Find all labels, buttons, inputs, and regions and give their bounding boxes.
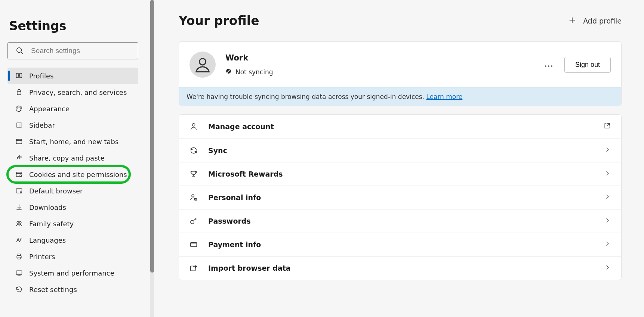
list-item-label: Microsoft Rewards	[208, 170, 283, 178]
chevron-right-icon	[604, 217, 611, 225]
profile-summary: Work Not syncing Sign out	[179, 42, 621, 87]
svg-line-45	[195, 219, 197, 220]
sidebar-item-appearance[interactable]: Appearance	[7, 100, 138, 117]
sync-status-text: Not syncing	[235, 68, 273, 76]
svg-point-21	[17, 221, 19, 223]
sidebar-item-system[interactable]: System and performance	[7, 265, 138, 281]
sidebar-item-printers[interactable]: Printers	[7, 248, 138, 265]
list-item-label: Import browser data	[208, 264, 291, 272]
sidebar-item-languages[interactable]: Languages	[7, 232, 138, 248]
add-profile-button[interactable]: Add profile	[568, 16, 622, 26]
sync-off-icon	[225, 68, 232, 76]
chevron-right-icon	[604, 193, 611, 202]
svg-point-5	[18, 108, 18, 109]
svg-rect-24	[17, 256, 21, 258]
sidebar-item-label: Share, copy and paste	[29, 154, 105, 162]
list-item-manage-account[interactable]: Manage account	[179, 115, 621, 139]
list-item-label: Passwords	[208, 217, 251, 225]
settings-title: Settings	[9, 19, 147, 33]
import-icon	[189, 264, 198, 272]
sidebar-item-label: Default browser	[29, 187, 83, 195]
svg-rect-4	[17, 91, 21, 94]
sidebar-item-label: Printers	[29, 253, 55, 261]
svg-point-43	[191, 220, 194, 224]
sidebar-item-reset[interactable]: Reset settings	[7, 281, 138, 298]
sidebar-item-share[interactable]: Share, copy and paste	[7, 150, 138, 166]
svg-point-12	[17, 140, 18, 140]
sidebar-item-downloads[interactable]: Downloads	[7, 199, 138, 215]
list-item-rewards[interactable]: Microsoft Rewards	[179, 162, 621, 186]
list-item-label: Payment info	[208, 240, 261, 249]
sidebar-item-family[interactable]: Family safety	[7, 215, 138, 232]
svg-point-13	[18, 140, 18, 140]
svg-rect-2	[16, 73, 22, 78]
personal-info-icon	[189, 193, 198, 202]
sidebar-item-privacy[interactable]: Privacy, search, and services	[7, 84, 138, 100]
languages-icon	[15, 236, 23, 244]
list-item-personal-info[interactable]: Personal info	[179, 186, 621, 209]
settings-nav: Profiles Privacy, search, and services A…	[7, 68, 147, 298]
list-item-payment[interactable]: Payment info	[179, 233, 621, 256]
svg-point-3	[18, 74, 20, 76]
profile-actions: Sign out	[544, 57, 611, 73]
sidebar-scrollbar-thumb[interactable]	[150, 0, 154, 273]
sidebar-scrollbar-track	[150, 0, 154, 317]
sidebar-item-cookies[interactable]: Cookies and site permissions	[7, 166, 130, 183]
list-item-label: Manage account	[208, 122, 274, 131]
avatar	[189, 52, 216, 78]
sidebar-item-label: Sidebar	[29, 121, 55, 129]
search-input[interactable]	[7, 42, 138, 59]
sidebar-icon	[15, 121, 23, 129]
search-icon	[16, 47, 24, 56]
profile-info: Work Not syncing	[225, 53, 273, 76]
sidebar-item-start[interactable]: Start, home, and new tabs	[7, 133, 138, 150]
person-icon	[189, 122, 198, 131]
sidebar-item-profiles[interactable]: Profiles	[7, 68, 138, 84]
key-icon	[189, 217, 198, 225]
sync-icon	[189, 146, 198, 155]
svg-rect-25	[18, 254, 21, 255]
learn-more-link[interactable]: Learn more	[426, 93, 462, 100]
plus-icon	[568, 16, 576, 26]
profile-options-list: Manage account Sync Microsoft Rewards Pe…	[179, 114, 622, 280]
list-item-import[interactable]: Import browser data	[179, 256, 621, 280]
svg-point-7	[20, 108, 21, 109]
sidebar-item-sidebar[interactable]: Sidebar	[7, 117, 138, 133]
svg-point-0	[17, 48, 22, 53]
svg-rect-46	[191, 243, 197, 247]
svg-point-31	[199, 59, 206, 65]
profile-card: Work Not syncing Sign out We're having t…	[179, 41, 622, 106]
start-icon	[15, 137, 23, 146]
list-item-label: Personal info	[208, 193, 261, 202]
svg-point-34	[545, 65, 546, 67]
browser-icon	[15, 187, 23, 195]
reset-icon	[15, 285, 23, 293]
card-icon	[189, 240, 198, 249]
svg-rect-27	[16, 271, 22, 274]
appearance-icon	[15, 105, 23, 113]
search-wrap	[7, 42, 147, 59]
sidebar-item-label: Reset settings	[29, 286, 77, 293]
sidebar-item-label: Languages	[29, 236, 66, 244]
svg-point-36	[551, 65, 552, 67]
add-profile-label: Add profile	[583, 17, 622, 25]
svg-point-41	[192, 195, 194, 197]
sidebar-item-default-browser[interactable]: Default browser	[7, 183, 138, 199]
svg-point-35	[548, 65, 549, 67]
trophy-icon	[189, 170, 198, 178]
printer-icon	[15, 252, 23, 261]
list-item-label: Sync	[208, 146, 227, 155]
settings-sidebar: Settings Profiles Privacy, search, and s…	[0, 0, 154, 317]
profiles-icon	[15, 72, 23, 80]
svg-line-1	[21, 52, 23, 54]
svg-rect-8	[16, 123, 22, 127]
chevron-right-icon	[604, 240, 611, 249]
svg-point-15	[20, 175, 21, 176]
sidebar-item-label: Cookies and site permissions	[29, 171, 127, 178]
list-item-passwords[interactable]: Passwords	[179, 209, 621, 233]
svg-rect-14	[16, 172, 22, 177]
list-item-sync[interactable]: Sync	[179, 139, 621, 162]
sync-status-row: Not syncing	[225, 68, 273, 76]
more-dots-button[interactable]	[544, 60, 553, 69]
sign-out-button[interactable]: Sign out	[564, 57, 611, 73]
